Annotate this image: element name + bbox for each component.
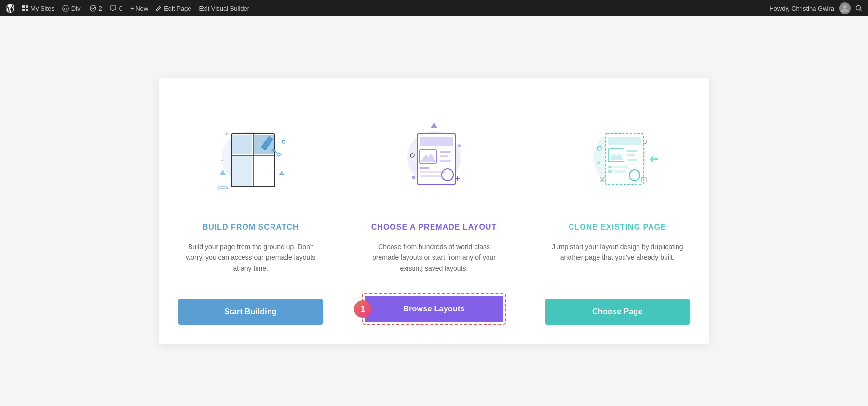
clone-page-card: CLONE EXISTING PAGE Jump start your layo…: [526, 78, 709, 344]
browse-layouts-wrapper: 1 Browse Layouts: [362, 293, 506, 325]
start-building-button[interactable]: Start Building: [178, 299, 323, 325]
edit-page-menu[interactable]: Edit Page: [156, 5, 191, 12]
greeting-text: Howdy, Christina Gwira: [769, 5, 834, 12]
wordpress-icon[interactable]: [6, 4, 14, 13]
svg-rect-54: [614, 166, 628, 168]
svg-rect-50: [627, 150, 637, 152]
premade-description: Choose from hundreds of world-class prem…: [366, 241, 502, 274]
svg-text:~: ~: [221, 157, 224, 164]
svg-point-41: [458, 144, 461, 147]
browse-layouts-button[interactable]: Browse Layouts: [365, 296, 503, 322]
avatar-image: [839, 2, 851, 14]
svg-marker-20: [220, 170, 226, 175]
cards-container: ~ BUILD FROM SCRATCH Build your page fro…: [159, 78, 709, 344]
svg-point-7: [90, 5, 96, 11]
svg-rect-2: [26, 5, 28, 8]
exit-builder-label: Exit Visual Builder: [199, 5, 250, 12]
divi-menu[interactable]: D Divi: [62, 5, 82, 12]
svg-point-22: [282, 140, 285, 143]
svg-rect-4: [26, 9, 28, 11]
exit-builder-menu[interactable]: Exit Visual Builder: [199, 5, 250, 12]
svg-rect-51: [627, 154, 635, 156]
scratch-footer: Start Building: [178, 299, 323, 325]
svg-rect-1: [22, 5, 25, 8]
svg-rect-37: [420, 175, 441, 177]
my-sites-menu[interactable]: My Sites: [22, 5, 54, 12]
svg-rect-14: [232, 135, 252, 154]
svg-rect-33: [440, 155, 448, 157]
scratch-title: BUILD FROM SCRATCH: [203, 223, 299, 232]
badge-number: 1: [354, 300, 371, 318]
comments-count: 0: [119, 5, 122, 12]
svg-point-8: [843, 5, 847, 9]
choose-page-button[interactable]: Choose Page: [545, 299, 690, 325]
svg-rect-21: [276, 153, 280, 156]
search-icon[interactable]: [855, 5, 862, 12]
scratch-illustration: ~: [198, 102, 304, 209]
svg-marker-62: [650, 155, 658, 163]
greeting: Howdy, Christina Gwira: [769, 5, 834, 12]
premade-footer: 1 Browse Layouts: [362, 293, 506, 325]
svg-point-25: [225, 132, 228, 135]
svg-rect-35: [420, 167, 429, 169]
svg-rect-3: [22, 9, 25, 11]
edit-page-label: Edit Page: [164, 5, 191, 12]
svg-text:D: D: [64, 7, 67, 11]
svg-rect-34: [440, 160, 451, 162]
svg-rect-53: [608, 166, 612, 168]
new-label: + New: [130, 5, 148, 12]
clone-illustration: [564, 102, 670, 209]
svg-rect-29: [420, 137, 453, 146]
admin-bar: My Sites D Divi 2 0 + New Edit Page Exit…: [0, 0, 868, 16]
updates-menu[interactable]: 2: [90, 5, 102, 12]
build-from-scratch-card: ~ BUILD FROM SCRATCH Build your page fro…: [159, 78, 342, 344]
clone-title: CLONE EXISTING PAGE: [569, 223, 666, 232]
divi-label: Divi: [71, 5, 82, 12]
clone-description: Jump start your layout design by duplica…: [550, 241, 685, 280]
admin-bar-right: Howdy, Christina Gwira: [769, 2, 862, 14]
svg-rect-32: [440, 151, 451, 153]
premade-layout-card: CHOOSE A PREMADE LAYOUT Choose from hund…: [342, 78, 526, 344]
premade-title: CHOOSE A PREMADE LAYOUT: [371, 223, 497, 232]
comments-menu[interactable]: 0: [110, 5, 122, 12]
svg-rect-56: [614, 170, 626, 173]
svg-rect-42: [412, 176, 415, 179]
svg-rect-16: [232, 156, 252, 186]
scratch-description: Build your page from the ground up. Don'…: [183, 241, 318, 280]
avatar[interactable]: [839, 2, 851, 14]
new-menu[interactable]: + New: [130, 5, 148, 12]
updates-count: 2: [99, 5, 102, 12]
svg-marker-26: [280, 172, 284, 175]
svg-rect-47: [608, 137, 641, 145]
svg-rect-55: [608, 170, 612, 173]
svg-rect-52: [627, 159, 637, 161]
my-sites-label: My Sites: [30, 5, 54, 12]
premade-illustration: [381, 102, 487, 209]
svg-rect-24: [218, 187, 228, 189]
svg-marker-39: [431, 122, 437, 128]
admin-bar-left: My Sites D Divi 2 0 + New Edit Page Exit…: [6, 4, 760, 13]
clone-footer: Choose Page: [545, 299, 690, 325]
main-content: ~ BUILD FROM SCRATCH Build your page fro…: [0, 16, 868, 406]
svg-point-59: [597, 161, 600, 164]
